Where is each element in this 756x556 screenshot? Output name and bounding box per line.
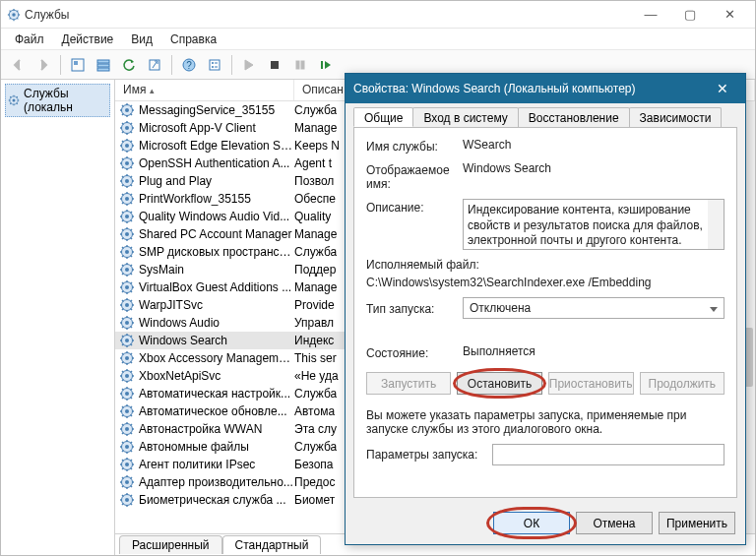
service-desc: Manage xyxy=(294,227,337,241)
service-desc: Индекс xyxy=(294,334,334,347)
svg-point-19 xyxy=(212,62,214,64)
label-service-name: Имя службы: xyxy=(366,138,455,154)
dialog-titlebar: Свойства: Windows Search (Локальный комп… xyxy=(346,74,745,103)
service-name: Windows Audio xyxy=(139,316,294,330)
svg-rect-18 xyxy=(210,60,220,70)
service-gear-icon xyxy=(119,279,135,295)
service-desc: Управл xyxy=(294,316,334,330)
value-display-name: Windows Search xyxy=(463,161,724,175)
label-display-name: Отображаемое имя: xyxy=(366,161,455,191)
details-button[interactable] xyxy=(93,54,114,76)
tab-general[interactable]: Общие xyxy=(353,107,413,127)
service-name: MessagingService_35155 xyxy=(139,103,294,117)
service-gear-icon xyxy=(119,439,135,455)
service-gear-icon xyxy=(119,155,135,171)
stop-service-button[interactable] xyxy=(264,54,285,76)
service-name: Автономные файлы xyxy=(139,440,294,454)
service-name: Биометрическая служба ... xyxy=(139,493,294,507)
menu-help[interactable]: Справка xyxy=(162,31,224,48)
dialog-title: Свойства: Windows Search (Локальный комп… xyxy=(353,82,636,95)
resume-button: Продолжить xyxy=(640,372,724,395)
maximize-button[interactable]: ▢ xyxy=(670,5,710,25)
service-desc: Quality xyxy=(294,210,331,223)
service-name: Адаптер производительно... xyxy=(139,475,294,489)
service-name: Автонастройка WWAN xyxy=(139,422,294,436)
service-gear-icon xyxy=(119,474,135,490)
service-gear-icon xyxy=(119,244,135,260)
service-gear-icon xyxy=(119,297,135,313)
service-desc: Служба xyxy=(294,387,337,401)
column-name[interactable]: Имя▴ xyxy=(115,80,294,100)
service-name: WarpJITSvc xyxy=(139,298,294,312)
tab-recovery[interactable]: Восстановление xyxy=(518,107,630,127)
start-params-input[interactable] xyxy=(492,444,724,465)
service-name: Автоматическое обновле... xyxy=(139,404,294,418)
value-status: Выполняется xyxy=(463,344,724,358)
close-button[interactable]: ✕ xyxy=(710,5,749,25)
service-desc: Служба xyxy=(294,245,337,259)
show-hide-tree-button[interactable] xyxy=(67,54,89,76)
properties-button[interactable] xyxy=(204,54,225,76)
description-scrollbar[interactable] xyxy=(708,200,724,249)
service-name: SysMain xyxy=(139,263,294,277)
service-gear-icon xyxy=(119,421,135,437)
service-name: Microsoft App-V Client xyxy=(139,121,294,135)
label-start-params: Параметры запуска: xyxy=(366,448,484,462)
svg-rect-26 xyxy=(321,61,323,69)
start-button: Запустить xyxy=(366,372,451,395)
export-button[interactable] xyxy=(144,54,165,76)
service-desc: «Не уда xyxy=(294,369,339,383)
service-gear-icon xyxy=(119,368,135,384)
svg-rect-14 xyxy=(97,68,109,71)
service-name: Plug and Play xyxy=(139,174,294,188)
service-desc: Поддер xyxy=(294,263,336,277)
sort-indicator-icon: ▴ xyxy=(150,86,155,95)
help-button[interactable]: ? xyxy=(178,54,200,76)
service-gear-icon xyxy=(119,403,135,419)
value-service-name: WSearch xyxy=(463,138,724,152)
svg-rect-11 xyxy=(74,61,78,65)
refresh-button[interactable] xyxy=(118,54,140,76)
services-icon xyxy=(8,93,20,107)
startup-type-select[interactable]: Отключена xyxy=(463,297,724,319)
service-name: Shared PC Account Manager xyxy=(139,227,294,241)
tree-root-services[interactable]: Службы (локальн xyxy=(5,84,110,117)
restart-service-button[interactable] xyxy=(315,54,337,76)
tree-pane: Службы (локальн xyxy=(1,80,115,555)
pause-button: Приостановить xyxy=(548,372,634,395)
tab-dependencies[interactable]: Зависимости xyxy=(629,107,723,127)
minimize-button[interactable]: — xyxy=(631,5,670,25)
service-gear-icon xyxy=(119,492,135,508)
service-name: PrintWorkflow_35155 xyxy=(139,192,294,206)
service-name: Агент политики IPsec xyxy=(139,458,294,471)
service-desc: Служба xyxy=(294,103,337,117)
cancel-button[interactable]: Отмена xyxy=(576,512,653,534)
service-gear-icon xyxy=(119,386,135,402)
dialog-close-button[interactable]: ✕ xyxy=(708,81,737,96)
start-params-hint: Вы можете указать параметры запуска, при… xyxy=(366,408,724,436)
menu-view[interactable]: Вид xyxy=(123,31,160,48)
svg-text:?: ? xyxy=(186,60,192,71)
label-startup-type: Тип запуска: xyxy=(366,300,455,316)
service-desc: Предос xyxy=(294,475,335,489)
ok-button[interactable]: ОК xyxy=(493,512,570,534)
svg-rect-23 xyxy=(271,61,279,69)
service-desc: Keeps N xyxy=(294,139,340,153)
titlebar: Службы — ▢ ✕ xyxy=(1,1,755,29)
label-description: Описание: xyxy=(366,199,455,215)
dialog-body: Имя службы: WSearch Отображаемое имя: Wi… xyxy=(353,127,737,498)
service-name: OpenSSH Authentication A... xyxy=(139,156,294,170)
svg-rect-13 xyxy=(97,64,109,67)
tab-extended[interactable]: Расширенный xyxy=(119,535,222,554)
menu-file[interactable]: Файл xyxy=(7,31,52,48)
stop-button[interactable]: Остановить xyxy=(457,372,541,395)
menu-action[interactable]: Действие xyxy=(54,31,122,48)
service-name: VirtualBox Guest Additions ... xyxy=(139,280,294,294)
tab-logon[interactable]: Вход в систему xyxy=(412,107,518,127)
apply-button[interactable]: Применить xyxy=(659,512,735,534)
pause-service-button xyxy=(289,54,311,76)
service-desc: Биомет xyxy=(294,493,335,507)
tab-standard[interactable]: Стандартный xyxy=(222,535,322,554)
svg-rect-25 xyxy=(301,61,304,69)
label-executable: Исполняемый файл: xyxy=(366,258,724,272)
